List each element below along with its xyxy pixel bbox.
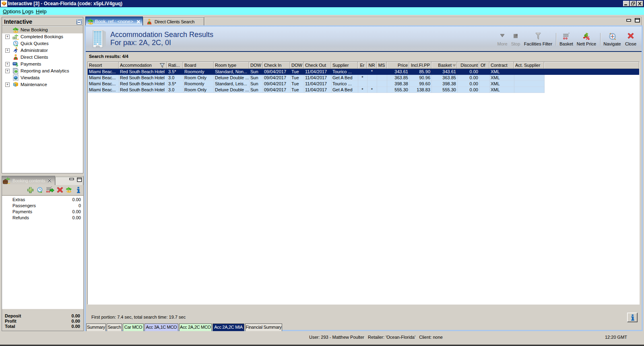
svg-text:$: $ [16,62,18,67]
